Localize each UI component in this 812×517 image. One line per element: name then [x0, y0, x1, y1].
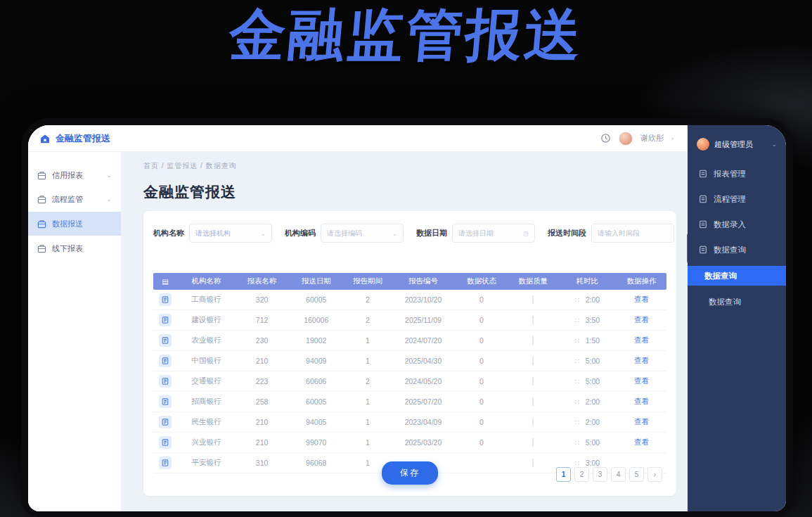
table-row: 民生银行 210 94005 1 2023/04/09 0 ∷2:00 查看	[153, 412, 666, 433]
right-panel-menu: 报表管理 流程管理 数据录入 数据查询 数据查询 数据查询	[688, 165, 786, 318]
drag-handle-icon[interactable]: ∷	[574, 337, 579, 345]
quality-checkbox[interactable]	[532, 438, 534, 447]
cell-report-period: 1	[344, 418, 391, 426]
sidebar-item-default[interactable]: 线下报表 ⌄	[28, 236, 121, 260]
quality-checkbox[interactable]	[532, 357, 534, 365]
main-content: 首页 / 监管报送 / 数据查询 金融监管报送 机构名称 请选择机构 ⌄ 机构编…	[121, 152, 688, 511]
table-row: 农业银行 230 19002 1 2024/07/20 0 ∷1:50 查看	[153, 331, 666, 351]
filter-input[interactable]: 请选择机构 ⌄	[189, 224, 272, 243]
filter-input[interactable]: 请选择编码 ⌄	[321, 224, 404, 243]
device-frame: 金融监管报送 谢欣彤 › 信用报表 ⌄ 流程监管 ⌄ 数据报送 ⌄ 线下报表 ⌄	[21, 118, 793, 517]
pagination-button[interactable]: 1	[556, 467, 571, 482]
row-action-link[interactable]: 查看	[634, 315, 649, 324]
cell-submit-batch: 60005	[288, 397, 344, 406]
cell-report-no: 258	[236, 397, 288, 406]
cell-institution-name: 民生银行	[177, 417, 236, 427]
drag-handle-icon[interactable]: ∷	[574, 439, 579, 447]
quality-checkbox[interactable]	[532, 295, 534, 304]
sidebar-item-active[interactable]: 数据报送 ⌄	[28, 212, 121, 236]
cell-institution-name: 工商银行	[177, 295, 236, 305]
cell-data-status: 0	[455, 377, 508, 385]
table-column-header: 报表名称	[236, 276, 288, 286]
quality-checkbox[interactable]	[532, 397, 534, 406]
filter-group: 数据日期 请选择日期 ◷	[416, 224, 535, 243]
home-icon	[39, 133, 51, 144]
user-avatar[interactable]	[619, 132, 633, 146]
report-icon	[699, 170, 707, 178]
pagination: 12345›	[556, 467, 662, 482]
table-column-header: 报告期间	[344, 276, 391, 286]
row-action-link[interactable]: 查看	[634, 295, 649, 303]
cell-report-period: 2	[344, 377, 391, 385]
drag-handle-icon[interactable]: ∷	[574, 378, 579, 385]
save-button[interactable]: 保存	[382, 461, 438, 485]
report-icon[interactable]	[159, 416, 172, 428]
table-row: 交通银行 223 60606 2 2024/05/20 0 ∷5:00 查看	[153, 371, 666, 392]
drag-handle-icon[interactable]: ∷	[574, 398, 579, 406]
row-action-link[interactable]: 查看	[634, 438, 649, 446]
right-panel-item[interactable]: 流程管理	[688, 190, 786, 208]
right-panel-item-label: 数据查询	[704, 271, 737, 281]
cell-data-status: 0	[455, 295, 508, 304]
right-panel-item[interactable]: 报表管理	[688, 165, 786, 183]
pagination-button[interactable]: 2	[574, 467, 589, 482]
cell-report-date: 2024/05/20	[392, 377, 456, 385]
wallet-icon	[37, 244, 46, 253]
drag-handle-icon[interactable]: ∷	[574, 296, 579, 304]
filter-label: 数据日期	[416, 228, 447, 238]
right-panel-item-label: 报表管理	[714, 169, 746, 179]
pagination-button[interactable]: 5	[629, 467, 644, 482]
table-row: 建设银行 712 160006 2 2025/11/09 0 ∷3:50 查看	[153, 310, 666, 331]
right-panel-user[interactable]: 超级管理员 ⌄	[688, 135, 786, 165]
entry-icon	[699, 220, 707, 229]
drag-handle-icon[interactable]: ∷	[574, 357, 579, 365]
row-action-link[interactable]: 查看	[634, 356, 649, 364]
drag-handle-icon[interactable]: ∷	[574, 419, 579, 426]
right-panel-item[interactable]: 数据录入	[688, 215, 786, 234]
folder-icon	[699, 195, 707, 203]
row-action-link[interactable]: 查看	[634, 417, 649, 426]
cell-report-date: 2025/04/30	[392, 357, 456, 365]
quality-checkbox[interactable]	[532, 377, 534, 385]
report-icon[interactable]	[159, 293, 172, 306]
row-action-link[interactable]: 查看	[634, 336, 649, 344]
cell-data-status: 0	[455, 357, 508, 365]
filter-input[interactable]: 请选择日期 ◷	[452, 224, 535, 243]
report-icon[interactable]	[159, 334, 172, 347]
pagination-button[interactable]: 4	[611, 467, 626, 482]
right-panel-item[interactable]: 数据查询	[688, 241, 786, 259]
row-action-link[interactable]: 查看	[634, 397, 649, 405]
pagination-button[interactable]: ›	[647, 467, 662, 482]
cell-institution-name: 农业银行	[177, 336, 236, 345]
filter-suffix-icon: ◷	[523, 230, 529, 237]
filter-input[interactable]: 请输入时间段	[591, 224, 674, 243]
right-panel-item-label: 数据查询	[714, 245, 746, 255]
app-logo[interactable]: 金融监管报送	[39, 132, 110, 145]
chevron-down-icon[interactable]: ›	[671, 135, 674, 142]
pagination-button[interactable]: 3	[593, 467, 607, 482]
report-icon[interactable]	[159, 314, 172, 326]
sidebar-item-default[interactable]: 流程监管 ⌄	[28, 187, 121, 211]
query-icon	[699, 245, 707, 254]
content-card: 机构名称 请选择机构 ⌄ 机构编码 请选择编码 ⌄ 数据日期 请选择日期 ◷ 报…	[143, 211, 676, 496]
row-action-link[interactable]: 查看	[634, 376, 649, 385]
cell-institution-name: 兴业银行	[177, 438, 236, 447]
sidebar-item-label: 数据报送	[52, 219, 83, 229]
cell-data-status: 0	[455, 397, 508, 406]
app-window: 金融监管报送 谢欣彤 › 信用报表 ⌄ 流程监管 ⌄ 数据报送 ⌄ 线下报表 ⌄	[28, 125, 688, 511]
quality-checkbox[interactable]	[532, 316, 534, 324]
report-icon[interactable]	[159, 355, 172, 367]
quality-checkbox[interactable]	[532, 336, 534, 345]
clock-icon[interactable]	[600, 133, 611, 143]
cell-time: 5:00	[586, 377, 600, 385]
quality-checkbox[interactable]	[532, 418, 534, 426]
right-panel-item[interactable]: 数据查询	[688, 293, 786, 311]
sidebar-item-default[interactable]: 信用报表 ⌄	[28, 163, 121, 187]
cell-time: 5:00	[586, 438, 600, 447]
report-icon[interactable]	[159, 395, 172, 408]
right-panel-item[interactable]: 数据查询	[688, 266, 786, 286]
report-icon[interactable]	[159, 436, 172, 449]
drag-handle-icon[interactable]: ∷	[574, 317, 579, 324]
report-icon[interactable]	[159, 375, 172, 388]
filter-placeholder: 请选择日期	[458, 229, 494, 238]
